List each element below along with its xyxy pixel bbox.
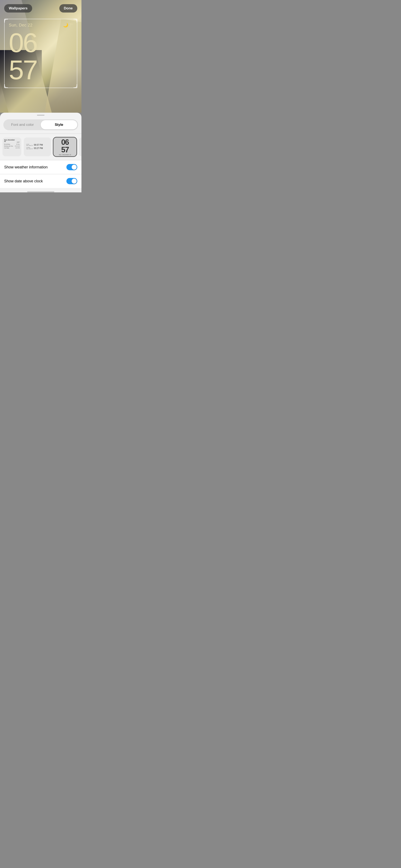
agenda-event-1: My birthday All day bbox=[4, 144, 20, 145]
wc-time-2: 03:27 PM bbox=[34, 147, 43, 149]
wallpapers-button[interactable]: Wallpapers bbox=[4, 4, 32, 12]
clock-minute: 57 bbox=[9, 56, 73, 84]
agenda-time: 6:57 bbox=[17, 142, 20, 143]
wc-time-1: 06:57 PM bbox=[34, 144, 43, 146]
agenda-top: Sun, December 22 6:57 bbox=[4, 139, 20, 143]
bold-digital-hour: 06 bbox=[61, 138, 69, 146]
event-time-2: 10:00 AM bbox=[15, 146, 20, 147]
toggle-date[interactable] bbox=[66, 178, 77, 184]
corner-bl bbox=[4, 84, 8, 88]
event-name-1: My birthday bbox=[4, 144, 10, 145]
toggle-weather-label: Show weather information bbox=[4, 165, 48, 169]
toggle-row-date: Show date above clock bbox=[0, 174, 82, 188]
style-option-bold-digital[interactable]: 06 57 Sun, December 22 bbox=[54, 137, 77, 156]
wc-row-2: London Sun, Dec 22 03:27 PM bbox=[26, 147, 43, 149]
toggle-date-label: Show date above clock bbox=[4, 179, 43, 183]
bold-digital-minute: 57 bbox=[61, 146, 69, 154]
clock-hour: 06 bbox=[9, 29, 73, 56]
corner-br bbox=[74, 84, 77, 88]
drag-handle[interactable] bbox=[37, 115, 45, 116]
wc-row-1: Local Sun, Dec 22 06:57 PM bbox=[26, 144, 43, 146]
event-time-3: 1:00 PM bbox=[16, 147, 20, 149]
agenda-event-3: Car Wash 1:00 PM bbox=[4, 147, 20, 149]
top-bar: Wallpapers Done bbox=[0, 4, 82, 12]
corner-tl bbox=[4, 19, 8, 23]
tab-style[interactable]: Style bbox=[41, 120, 77, 129]
corner-tr bbox=[74, 19, 77, 23]
style-option-agenda[interactable]: Sun, December 22 6:57 My birthday All da… bbox=[2, 137, 21, 156]
tab-font-color[interactable]: Font and color bbox=[4, 120, 41, 129]
toggle-row-weather: Show weather information bbox=[0, 160, 82, 174]
wc-city-date-2: Sun, Dec 22 bbox=[26, 148, 33, 149]
agenda-date: Sun, December 22 bbox=[4, 139, 17, 142]
clock-time-display: 06 57 bbox=[9, 29, 73, 84]
wc-label-1: Local Sun, Dec 22 bbox=[26, 144, 33, 146]
style-options-row: Sun, December 22 6:57 My birthday All da… bbox=[0, 134, 82, 160]
wc-label-2: London Sun, Dec 22 bbox=[26, 147, 33, 149]
style-option-world-clock[interactable]: Local Sun, Dec 22 06:57 PM London Sun, D… bbox=[24, 137, 51, 156]
date-weather-row: Sun, Dec 22 🌙 7° bbox=[9, 23, 73, 28]
wallpaper-background: Wallpapers Done Sun, Dec 22 🌙 7° 06 57 bbox=[0, 0, 82, 113]
done-button[interactable]: Done bbox=[59, 4, 78, 12]
event-time-1: All day bbox=[16, 144, 20, 145]
agenda-event-2: Meeting with Sue 10:00 AM bbox=[4, 146, 20, 147]
weather-icon: 🌙 bbox=[63, 23, 68, 28]
event-name-3: Car Wash bbox=[4, 147, 9, 149]
weather-info: 🌙 7° bbox=[63, 23, 73, 28]
bold-digital-date: Sun, December 22 bbox=[59, 154, 71, 155]
bold-digital-time: 06 57 bbox=[61, 138, 69, 154]
toggle-weather[interactable] bbox=[66, 164, 77, 170]
weather-temp: 7° bbox=[69, 23, 73, 27]
wc-city-date-1: Sun, Dec 22 bbox=[26, 145, 33, 146]
clock-widget[interactable]: Sun, Dec 22 🌙 7° 06 57 bbox=[4, 19, 77, 88]
clock-date: Sun, Dec 22 bbox=[9, 23, 32, 28]
phone-screen: Wallpapers Done Sun, Dec 22 🌙 7° 06 57 bbox=[0, 0, 82, 194]
bottom-sheet: Font and color Style Sun, December 22 6:… bbox=[0, 113, 82, 192]
event-name-2: Meeting with Sue bbox=[4, 146, 13, 147]
home-indicator bbox=[27, 191, 54, 192]
style-option-thin-digital[interactable]: 06 57 Sun, December 22 bbox=[79, 137, 82, 156]
tab-switcher: Font and color Style bbox=[3, 119, 78, 130]
